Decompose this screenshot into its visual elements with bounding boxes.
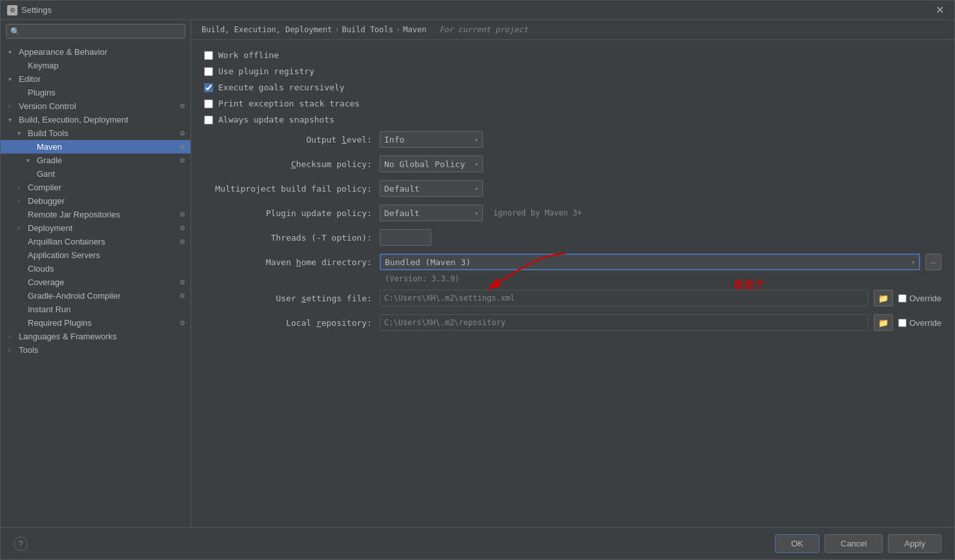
user-settings-input[interactable] — [380, 290, 868, 306]
sidebar-item-tools[interactable]: ›Tools — [1, 343, 190, 357]
checkbox-row-use-plugin-registry: Use plugin registry — [204, 66, 941, 76]
sidebar-item-remote-jar[interactable]: Remote Jar Repositories⚙ — [1, 208, 190, 221]
checkbox-label-execute-goals: Execute goals recursively — [218, 83, 345, 92]
maven-home-row: Maven home directory: Bundled (Maven 3) … — [204, 254, 941, 270]
sidebar-label-build-exec-deploy: Build, Execution, Deployment — [19, 115, 185, 125]
multiproject-policy-dropdown[interactable]: Default ▾ — [380, 180, 483, 197]
checkbox-execute-goals[interactable] — [204, 83, 213, 92]
multiproject-policy-row: Multiproject build fail policy: Default … — [204, 180, 941, 197]
user-settings-browse-button[interactable]: 📁 — [874, 290, 893, 306]
plugin-update-policy-dropdown[interactable]: Default ▾ — [380, 205, 483, 221]
threads-control — [380, 229, 941, 246]
sidebar-label-plugins: Plugins — [28, 88, 185, 97]
output-level-arrow-icon: ▾ — [475, 136, 478, 143]
local-repo-override-label: Override — [909, 318, 941, 328]
sidebar-settings-icon-maven: ⚙ — [180, 143, 185, 150]
maven-home-browse-button[interactable]: ··· — [925, 254, 941, 270]
sidebar-item-plugins[interactable]: Plugins — [1, 86, 190, 99]
sidebar-item-appearance[interactable]: ▾Appearance & Behavior — [1, 45, 190, 59]
sidebar-item-version-control[interactable]: ›Version Control⚙ — [1, 99, 190, 113]
sidebar-label-app-servers: Application Servers — [28, 250, 185, 260]
breadcrumb-note: For current project — [439, 25, 528, 34]
sidebar-item-compiler[interactable]: ›Compiler — [1, 181, 190, 194]
help-button[interactable]: ? — [14, 537, 28, 551]
search-input[interactable] — [23, 26, 181, 36]
sidebar-label-tools: Tools — [19, 345, 185, 355]
sidebar-label-deployment: Deployment — [28, 223, 177, 233]
sidebar-expand-arrow-version-control: › — [8, 103, 19, 110]
sidebar-label-gradle: Gradle — [37, 155, 177, 165]
maven-home-dropdown[interactable]: Bundled (Maven 3) ▾ — [380, 254, 920, 270]
sidebar-settings-icon-build-tools: ⚙ — [180, 130, 185, 137]
sidebar-item-build-exec-deploy[interactable]: ▾Build, Execution, Deployment — [1, 113, 190, 126]
sidebar-item-coverage[interactable]: Coverage⚙ — [1, 275, 190, 289]
sidebar-item-languages[interactable]: ›Languages & Frameworks — [1, 330, 190, 343]
user-settings-override-label: Override — [909, 294, 941, 303]
sidebar-item-instant-run[interactable]: Instant Run — [1, 303, 190, 316]
checkbox-print-exception[interactable] — [204, 99, 213, 108]
plugin-update-policy-row: Plugin update policy: Default ▾ ignored … — [204, 205, 941, 221]
sidebar-item-arquillian[interactable]: Arquillian Containers⚙ — [1, 235, 190, 248]
breadcrumb-build: Build, Execution, Deployment — [201, 25, 332, 34]
threads-input[interactable] — [380, 229, 431, 246]
sidebar-item-gant[interactable]: Gant — [1, 167, 190, 181]
local-repo-override-checkbox[interactable] — [898, 319, 907, 327]
settings-panel: Work offlineUse plugin registryExecute g… — [191, 40, 954, 527]
checkbox-row-work-offline: Work offline — [204, 50, 941, 60]
checkbox-work-offline[interactable] — [204, 51, 213, 60]
checksum-policy-dropdown[interactable]: No Global Policy ▾ — [380, 155, 483, 172]
sidebar-item-required-plugins[interactable]: Required Plugins⚙ — [1, 316, 190, 330]
sidebar-item-app-servers[interactable]: Application Servers — [1, 248, 190, 262]
sidebar-expand-arrow-languages: › — [8, 333, 19, 340]
sidebar-expand-arrow-debugger: › — [17, 197, 28, 205]
sidebar-item-gradle[interactable]: ▾Gradle⚙ — [1, 154, 190, 167]
title-bar: ⚙ Settings ✕ — [1, 1, 954, 20]
sidebar-label-debugger: Debugger — [28, 196, 185, 206]
checkbox-always-update[interactable] — [204, 115, 213, 125]
sidebar-settings-icon-deployment: ⚙ — [180, 225, 185, 232]
close-button[interactable]: ✕ — [932, 3, 948, 17]
checkbox-label-use-plugin-registry: Use plugin registry — [218, 66, 314, 76]
sidebar-item-debugger[interactable]: ›Debugger — [1, 194, 190, 208]
sidebar-label-build-tools: Build Tools — [28, 128, 177, 138]
plugin-update-hint: ignored by Maven 3+ — [493, 208, 582, 217]
sidebar-label-instant-run: Instant Run — [28, 305, 185, 314]
sidebar-item-clouds[interactable]: Clouds — [1, 262, 190, 275]
sidebar-item-build-tools[interactable]: ▾Build Tools⚙ — [1, 126, 190, 140]
local-repo-browse-button[interactable]: 📁 — [874, 314, 893, 331]
cancel-button[interactable]: Cancel — [825, 534, 883, 553]
local-repo-input[interactable] — [380, 314, 868, 331]
sidebar-settings-icon-version-control: ⚙ — [180, 103, 185, 110]
sidebar-expand-arrow-deployment: › — [17, 225, 28, 232]
sidebar-settings-icon-remote-jar: ⚙ — [180, 211, 185, 218]
checkbox-label-always-update: Always update snapshots — [218, 115, 334, 125]
local-repo-label: Local repository: — [204, 318, 372, 328]
sidebar-item-gradle-android[interactable]: Gradle-Android Compiler⚙ — [1, 289, 190, 303]
sidebar-item-keymap[interactable]: Keymap — [1, 59, 190, 72]
breadcrumb-maven: Maven — [403, 25, 426, 34]
local-repo-control: 📁 Override — [380, 314, 941, 331]
multiproject-policy-label: Multiproject build fail policy: — [204, 184, 372, 194]
user-settings-control: 📁 Override — [380, 290, 941, 306]
sidebar-label-clouds: Clouds — [28, 264, 185, 274]
app-icon: ⚙ — [7, 5, 17, 15]
output-level-dropdown[interactable]: Info ▾ — [380, 131, 483, 148]
apply-button[interactable]: Apply — [888, 534, 941, 553]
checkbox-use-plugin-registry[interactable] — [204, 67, 213, 76]
sidebar-item-deployment[interactable]: ›Deployment⚙ — [1, 221, 190, 235]
multiproject-policy-arrow-icon: ▾ — [475, 185, 478, 192]
output-level-row: Output level: Info ▾ — [204, 131, 941, 148]
sidebar-item-maven[interactable]: Maven⚙ — [1, 140, 190, 154]
plugin-update-policy-arrow-icon: ▾ — [475, 210, 478, 217]
sidebar-label-keymap: Keymap — [28, 61, 185, 70]
checksum-policy-control: No Global Policy ▾ — [380, 155, 941, 172]
ok-button[interactable]: OK — [775, 534, 819, 553]
breadcrumb: Build, Execution, Deployment › Build Too… — [191, 20, 954, 40]
user-settings-row: User settings file: 📁 Override — [204, 290, 941, 306]
sidebar-expand-arrow-editor: ▾ — [8, 75, 19, 83]
sidebar-item-editor[interactable]: ▾Editor — [1, 72, 190, 86]
search-box[interactable]: 🔍 — [6, 24, 185, 39]
checksum-policy-row: Checksum policy: No Global Policy ▾ — [204, 155, 941, 172]
user-settings-override-checkbox[interactable] — [898, 294, 907, 303]
output-level-control: Info ▾ — [380, 131, 941, 148]
